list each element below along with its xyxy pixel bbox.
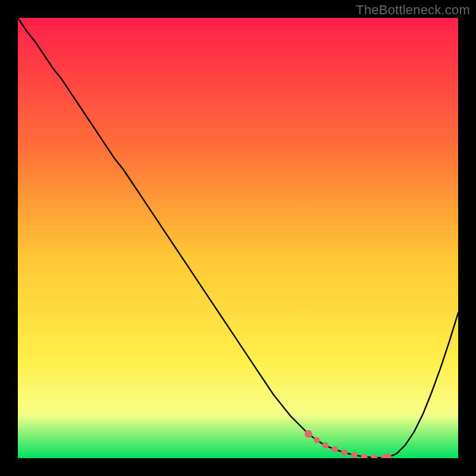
plot-area [18,18,458,458]
chart-frame: TheBottleneck.com [0,0,476,476]
gradient-background [18,18,458,458]
bottleneck-curve-chart [18,18,458,458]
marker-endpoint [305,430,312,438]
watermark-text: TheBottleneck.com [356,2,470,18]
